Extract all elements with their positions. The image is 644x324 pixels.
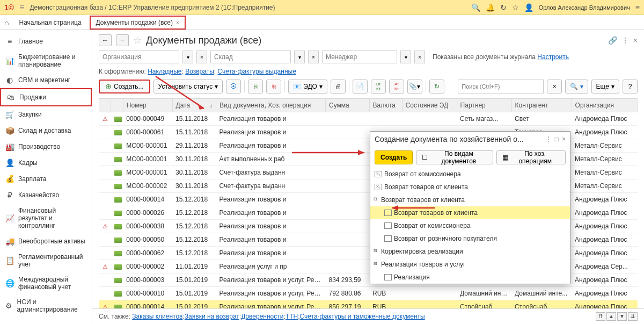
org-filter[interactable] — [99, 51, 179, 63]
edo-button[interactable]: 📧 ЭДО ▾ — [288, 80, 327, 93]
nakladnye-link[interactable]: Накладные — [148, 68, 181, 75]
print-button[interactable]: 🖨 — [331, 80, 346, 93]
col-header[interactable]: Сумма — [325, 99, 369, 112]
nav-up[interactable]: ▲ — [606, 312, 616, 321]
popup-item[interactable]: Возврат от комиссионера — [370, 219, 570, 232]
popup-create-button[interactable]: Создать — [375, 150, 413, 164]
popup-kebab-icon[interactable]: ⋮ — [545, 135, 552, 143]
link-icon[interactable]: 🔗 — [608, 36, 617, 45]
sklad-dropdown[interactable]: ▾ — [294, 51, 305, 63]
popup-byop-button[interactable]: ▦ По хоз. операциям — [496, 150, 566, 164]
sklad-clear[interactable]: × — [308, 51, 319, 63]
search-icon[interactable]: 🔍 — [471, 3, 480, 12]
tb-copy[interactable]: ⎘ — [248, 80, 263, 93]
org-dropdown[interactable]: ▾ — [182, 51, 193, 63]
user-icon[interactable]: 👤 — [524, 3, 533, 12]
sidebar-item-9[interactable]: ₽Казначейство — [0, 187, 92, 203]
sklad-filter[interactable] — [210, 51, 291, 63]
popup-item[interactable]: Возврат от комиссионера — [370, 168, 570, 181]
set-status-button[interactable]: Установить статус ▾ — [153, 80, 223, 93]
kebab-icon[interactable]: ⋮ — [621, 36, 629, 45]
footer-l5[interactable]: Счета-фактуры и таможенные документы — [299, 313, 425, 320]
popup-item[interactable]: Возврат товаров от клиента — [370, 193, 570, 206]
more-button[interactable]: Еще ▾ — [591, 80, 619, 93]
col-header[interactable]: Состояние ЭД — [402, 99, 457, 112]
refresh-button[interactable]: ↻ — [429, 80, 444, 93]
manager-dropdown[interactable]: ▾ — [400, 51, 411, 63]
sidebar-item-3[interactable]: 🛍Продажи — [0, 88, 92, 106]
star-icon[interactable]: ☆ — [512, 3, 519, 12]
search-clear[interactable]: × — [547, 80, 562, 93]
popup-max-icon[interactable]: □ — [555, 135, 559, 143]
search-input[interactable] — [458, 80, 544, 93]
sidebar-item-13[interactable]: 🌐Международный финансовый учет — [0, 272, 92, 294]
sidebar-item-14[interactable]: ⚙НСИ и администрирование — [0, 294, 92, 317]
configure-link[interactable]: Настроить — [537, 53, 569, 61]
footer-l4[interactable]: ТТН — [286, 313, 298, 320]
create-button[interactable]: Создать... — [99, 80, 150, 93]
sidebar-item-12[interactable]: 📋Регламентированный учет — [0, 249, 92, 272]
popup-close-icon[interactable]: × — [562, 135, 566, 143]
sidebar-item-8[interactable]: 💰Зарплата — [0, 171, 92, 187]
popup-item[interactable]: Возврат товаров от клиента — [370, 206, 570, 219]
manager-filter[interactable] — [322, 51, 397, 63]
back-button[interactable]: ← — [99, 34, 112, 46]
footer-l2[interactable]: Заявки на возврат — [185, 313, 239, 320]
more-icon[interactable]: ≡ — [635, 3, 640, 12]
tb-doc[interactable]: 📄 — [353, 80, 368, 93]
vozvraty-link[interactable]: Возвраты — [185, 68, 214, 75]
col-header[interactable]: Валюта — [369, 99, 402, 112]
col-header[interactable] — [99, 99, 111, 112]
sidebar-item-4[interactable]: 🛒Закупки — [0, 106, 92, 123]
sidebar-item-2[interactable]: ◐CRM и маркетинг — [0, 72, 92, 88]
tab-sales-docs[interactable]: Документы продажи (все)× — [90, 16, 186, 30]
org-clear[interactable]: × — [196, 51, 207, 63]
table-row[interactable]: 0000-00001015.01.2019Реализация товаров … — [99, 287, 638, 300]
user-name[interactable]: Орлов Александр Владимирович — [539, 4, 630, 11]
col-header[interactable]: Партнер — [457, 99, 511, 112]
sidebar-item-11[interactable]: 🚚Внеоборотные активы — [0, 233, 92, 249]
col-header[interactable]: Вид документа, Хоз. операция — [216, 99, 326, 112]
sidebar-item-7[interactable]: 👤Кадры — [0, 155, 92, 171]
help-button[interactable]: ? — [623, 80, 638, 93]
col-header[interactable]: Дата ↓ — [172, 99, 216, 112]
tb-attach[interactable]: 📎▾ — [407, 80, 422, 93]
popup-item[interactable]: Корректировка реализации — [370, 245, 570, 258]
tb-at-kt[interactable]: AtKt — [389, 80, 404, 93]
menu-icon[interactable]: ≡ — [19, 3, 24, 12]
sidebar-item-5[interactable]: 📦Склад и доставка — [0, 123, 92, 139]
favorite-icon[interactable]: ☆ — [133, 34, 142, 46]
search-go[interactable]: 🔍 ▾ — [565, 80, 588, 93]
nav-down[interactable]: ▼ — [617, 312, 627, 321]
col-header[interactable] — [111, 99, 123, 112]
close-icon[interactable]: × — [633, 36, 638, 45]
bell-icon[interactable]: 🔔 — [486, 3, 495, 12]
sidebar-item-0[interactable]: ≡Главное — [0, 33, 92, 49]
sidebar-item-1[interactable]: 📊Бюджетирование и планирование — [0, 49, 92, 72]
popup-item[interactable]: Возврат товаров от клиента — [370, 181, 570, 193]
footer-l1[interactable]: Заказы клиентов — [132, 313, 182, 320]
table-row[interactable]: 0000-00004915.11.2018Реализация товаров … — [99, 112, 638, 126]
popup-item[interactable]: Реализация — [370, 271, 570, 284]
close-icon[interactable]: × — [176, 20, 179, 26]
popup-item[interactable]: Возврат от розничного покупателя — [370, 232, 570, 245]
home-icon[interactable]: ⌂ — [4, 18, 9, 27]
popup-item[interactable]: Реализация товаров и услуг — [370, 258, 570, 271]
manager-clear[interactable]: × — [414, 51, 425, 63]
col-header[interactable]: Организация — [572, 99, 637, 112]
history-icon[interactable]: ↻ — [500, 3, 507, 12]
nav-first[interactable]: ⇈ — [596, 312, 605, 321]
forward-button[interactable]: → — [116, 34, 129, 46]
schet-faktury-link[interactable]: Счета-фактуры выданные — [217, 68, 296, 75]
table-row[interactable]: 0000-00001415.01.2019Реализация товаров … — [99, 300, 638, 309]
popup-bydoc-button[interactable]: ☐ По видам документов — [416, 150, 493, 164]
tab-home[interactable]: Начальная страница — [13, 16, 87, 29]
tb-dt-kt[interactable]: DtKt — [371, 80, 386, 93]
tb-paste[interactable]: ⎗ — [266, 80, 281, 93]
col-header[interactable]: Номер — [123, 99, 172, 112]
col-header[interactable]: Контрагент — [511, 99, 572, 112]
sidebar-item-6[interactable]: 🏭Производство — [0, 139, 92, 155]
sidebar-item-10[interactable]: 📈Финансовый результат и контроллинг — [0, 203, 92, 233]
footer-l3[interactable]: Доверенности — [241, 313, 283, 320]
nav-last[interactable]: ⇊ — [628, 312, 638, 321]
